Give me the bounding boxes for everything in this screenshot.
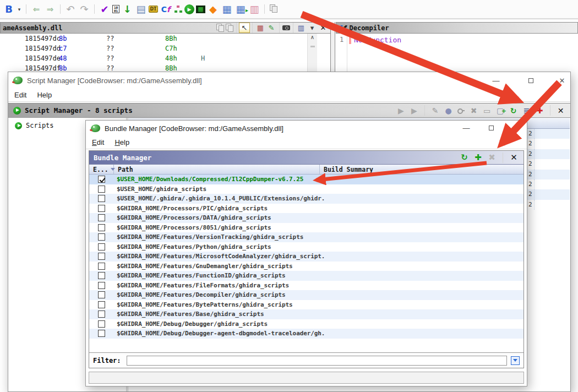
listing-row[interactable]: 1815497dc 8b ?? 8Bh	[0, 34, 307, 43]
bundle-row[interactable]: $USER_HOME/.ghidra/.ghidra_10.1.4_PUBLIC…	[89, 194, 524, 204]
filmstrip-icon[interactable]: ▤	[135, 3, 147, 15]
listing-view[interactable]: 1815497dc 8b ?? 8Bh 1815497dd c7 ?? C7h …	[0, 34, 307, 72]
cursor-location-icon[interactable]: ↖	[239, 23, 250, 33]
menu-item[interactable]: Edit	[14, 91, 26, 99]
delete-script-icon[interactable]: ✖	[468, 105, 479, 116]
panel-toggle-icon[interactable]: ▥	[296, 23, 307, 33]
script-directories-icon[interactable]: ≣	[521, 105, 532, 116]
minimize-button[interactable]: —	[488, 75, 504, 86]
column-header-enabled[interactable]: E...	[89, 165, 114, 174]
maximize-button[interactable]	[483, 123, 499, 133]
filter-input[interactable]	[127, 356, 507, 366]
dropdown-caret-icon[interactable]: ▾	[17, 3, 22, 15]
close-icon[interactable]: ✕	[318, 23, 329, 33]
validate-icon[interactable]: ✔	[99, 3, 111, 15]
diff-view-icon[interactable]: ▦	[255, 23, 266, 33]
bundle-row[interactable]: $GHIDRA_HOME/Features/MicrosoftCodeAnaly…	[89, 252, 524, 262]
nav-back-icon[interactable]: ⇐	[30, 3, 42, 15]
bundle-enabled-checkbox[interactable]	[98, 253, 105, 260]
chart-icon[interactable]: ▥	[248, 3, 260, 15]
import-icon[interactable]: ↓	[121, 3, 133, 15]
key-binding-icon[interactable]	[456, 105, 466, 116]
menu-item[interactable]: Help	[114, 138, 129, 146]
run-last-script-icon[interactable]: ▶	[409, 105, 419, 116]
menu-item[interactable]: Edit	[92, 138, 104, 146]
close-button[interactable]: ✕	[554, 75, 570, 86]
bundle-row[interactable]: $GHIDRA_HOME/Debug/Debugger/ghidra_scrip…	[89, 319, 524, 329]
bundle-enabled-checkbox[interactable]	[98, 311, 105, 318]
close-icon[interactable]: ✕	[555, 105, 566, 116]
script-manager-titlebar[interactable]: Script Manager [CodeBrowser: md:/GameAss…	[8, 72, 570, 89]
bundle-row[interactable]: $GHIDRA_HOME/Features/FunctionID/ghidra_…	[89, 271, 524, 281]
bundle-row[interactable]: $GHIDRA_HOME/Features/Base/ghidra_script…	[89, 309, 524, 319]
memory-chip-icon[interactable]: ▦	[196, 6, 205, 13]
table-view-icon[interactable]: ▦	[221, 3, 233, 15]
bundle-row[interactable]: $GHIDRA_HOME/Processors/DATA/ghidra_scri…	[89, 213, 524, 223]
bundle-row[interactable]: $GHIDRA_HOME/Features/FileFormats/ghidra…	[89, 281, 524, 291]
paste-icon[interactable]	[225, 23, 234, 33]
bundle-enabled-checkbox[interactable]	[98, 291, 105, 298]
remove-bundle-icon[interactable]: ✖	[487, 153, 497, 163]
bundle-row[interactable]: $GHIDRA_HOME/Features/Python/ghidra_scri…	[89, 242, 524, 252]
edit-mode-icon[interactable]: ✎	[266, 23, 277, 33]
nav-forward-icon[interactable]: ⇒	[44, 3, 56, 15]
script-tree-root[interactable]: Scripts	[15, 122, 54, 129]
bundle-enabled-checkbox[interactable]	[98, 205, 105, 212]
bundle-row[interactable]: $GHIDRA_HOME/Processors/8051/ghidra_scri…	[89, 223, 524, 233]
table-export-icon[interactable]: ▦	[235, 3, 247, 15]
bundle-row[interactable]: $USER_HOME/ghidra_scripts	[89, 184, 524, 194]
bundle-enabled-checkbox[interactable]	[98, 233, 105, 241]
bundle-enabled-checkbox[interactable]	[98, 195, 105, 202]
bundle-enabled-checkbox[interactable]	[98, 263, 105, 270]
menu-item[interactable]: Help	[37, 91, 52, 99]
bundle-enabled-checkbox[interactable]	[98, 301, 105, 308]
bundle-row[interactable]: $GHIDRA_HOME/Processors/PIC/ghidra_scrip…	[89, 204, 524, 214]
bundle-enabled-checkbox[interactable]	[98, 224, 105, 231]
undo-icon[interactable]: ↶	[64, 3, 77, 15]
scroll-up-icon[interactable]: ∧	[308, 34, 317, 41]
bundle-enabled-checkbox[interactable]	[98, 330, 105, 337]
bundle-enabled-checkbox[interactable]	[98, 176, 105, 183]
listing-row[interactable]: 1815497df 8b ?? 8Bh	[0, 63, 307, 72]
snapshot-camera-icon[interactable]	[282, 23, 291, 33]
refresh-icon[interactable]: ↻	[459, 153, 470, 163]
bundle-row[interactable]: $GHIDRA_HOME/Features/VersionTracking/gh…	[89, 232, 524, 242]
column-header-build-summary[interactable]: Build Summary	[320, 165, 524, 174]
add-bundle-icon[interactable]: ✚	[473, 153, 483, 163]
bundle-enabled-checkbox[interactable]	[98, 282, 105, 289]
eclipse-icon[interactable]: ●	[443, 105, 454, 116]
scrollbar-thumb[interactable]	[310, 46, 315, 47]
refresh-icon[interactable]: ↻	[508, 105, 519, 116]
diamond-icon[interactable]: ◆	[207, 3, 219, 15]
filter-options-icon[interactable]	[511, 356, 520, 365]
bundle-row[interactable]: $GHIDRA_HOME/Debug/Debugger-agent-dbgmod…	[89, 329, 524, 339]
rename-script-icon[interactable]: ▭	[482, 105, 492, 116]
listing-row[interactable]: 1815497dd c7 ?? C7h	[0, 43, 307, 53]
decompiler-icon[interactable]: Cf	[160, 3, 172, 15]
column-header-path[interactable]: Path	[114, 165, 320, 174]
bundle-row[interactable]: $GHIDRA_HOME/Features/GnuDemangler/ghidr…	[89, 262, 524, 271]
panel-divider[interactable]	[330, 22, 335, 72]
bundle-enabled-checkbox[interactable]	[98, 272, 105, 279]
bundle-row[interactable]: $GHIDRA_HOME/Features/Decompiler/ghidra_…	[89, 290, 524, 300]
minimize-button[interactable]: —	[458, 123, 475, 133]
maximize-button[interactable]	[522, 75, 539, 86]
clone-window-icon[interactable]	[269, 3, 278, 15]
bundle-row[interactable]: $GHIDRA_HOME/Features/BytePatterns/ghidr…	[89, 300, 524, 310]
dropdown-caret-icon[interactable]: ▾	[307, 23, 318, 33]
run-script-icon[interactable]: ▶	[184, 4, 194, 14]
copy-icon[interactable]	[215, 23, 225, 33]
run-script-icon[interactable]: ▶	[396, 105, 406, 116]
bundle-enabled-checkbox[interactable]	[98, 320, 105, 328]
listing-scrollbar[interactable]: ∧	[307, 34, 317, 72]
call-tree-icon[interactable]	[173, 5, 183, 14]
redo-icon[interactable]: ↷	[78, 3, 90, 15]
api-help-icon[interactable]: ✚	[535, 105, 545, 116]
b-dropdown-icon[interactable]: B	[3, 3, 15, 15]
bundle-row[interactable]: $USER_HOME/Downloads/Compressed/Il2CppDu…	[89, 175, 524, 184]
close-icon[interactable]: ✕	[509, 153, 519, 163]
bundle-enabled-checkbox[interactable]	[98, 214, 105, 221]
new-script-icon[interactable]: ▢	[495, 105, 505, 116]
memory-map-icon[interactable]: 10 01	[112, 5, 119, 13]
bundle-enabled-checkbox[interactable]	[98, 243, 105, 251]
